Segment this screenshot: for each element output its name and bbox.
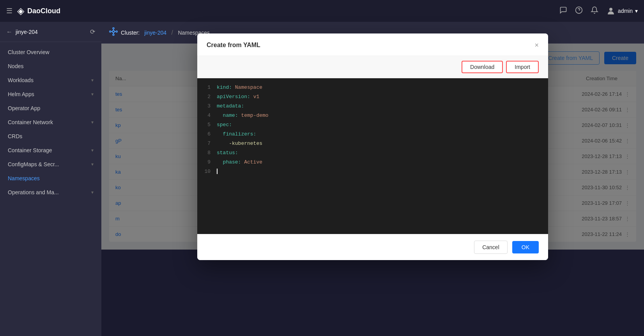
user-name: admin — [618, 8, 633, 14]
code-line: 1kind: Namespace — [197, 83, 548, 92]
content-area: Create from YAML Create Na... Creation T… — [101, 44, 644, 250]
modal-overlay: Create from YAML × Download Import 1kind… — [101, 44, 644, 250]
line-content: phase: Active — [217, 158, 548, 167]
top-navbar: ☰ ◈ DaoCloud admin ▾ — [0, 0, 644, 22]
code-line: 5spec: — [197, 120, 548, 130]
dialog-footer: Cancel OK — [197, 234, 548, 260]
user-menu[interactable]: admin ▾ — [606, 6, 638, 16]
code-line: 3metadata: — [197, 102, 548, 111]
sidebar-item-container-network[interactable]: Container Network ▾ — [0, 115, 101, 129]
sidebar-item-label: Container Network — [8, 119, 53, 125]
sidebar-cluster-name: jinye-204 — [16, 29, 38, 35]
app-name: DaoCloud — [27, 7, 60, 15]
code-line: 10 — [197, 167, 548, 176]
chevron-down-icon: ▾ — [91, 162, 94, 167]
svg-point-2 — [609, 8, 612, 11]
line-number: 3 — [197, 102, 217, 111]
code-line: 8status: — [197, 148, 548, 158]
line-content: kind: Namespace — [217, 83, 548, 92]
line-content: -kubernetes — [217, 139, 548, 148]
sidebar-item-operator-app[interactable]: Operator App — [0, 101, 101, 115]
sidebar-item-cluster-overview[interactable]: Cluster Overview — [0, 45, 101, 59]
line-content: status: — [217, 149, 548, 157]
cancel-button[interactable]: Cancel — [474, 241, 508, 254]
svg-point-5 — [113, 34, 114, 35]
sidebar: ← jinye-204 ⟳ Cluster Overview Nodes Wor… — [0, 22, 101, 336]
sidebar-item-configmaps[interactable]: ConfigMaps & Secr... ▾ — [0, 157, 101, 171]
sidebar-item-helm-apps[interactable]: Helm Apps ▾ — [0, 87, 101, 101]
line-number: 10 — [197, 167, 217, 176]
refresh-icon[interactable]: ⟳ — [90, 28, 95, 35]
line-number: 5 — [197, 121, 217, 129]
chevron-down-icon: ▾ — [91, 190, 94, 195]
line-number: 8 — [197, 149, 217, 157]
line-number: 4 — [197, 111, 217, 120]
breadcrumb-separator: / — [170, 29, 175, 36]
code-line: 9 phase: Active — [197, 158, 548, 167]
sidebar-item-label: CRDs — [8, 133, 22, 139]
ok-button[interactable]: OK — [512, 241, 539, 253]
code-line: 7 -kubernetes — [197, 139, 548, 148]
back-icon[interactable]: ← — [6, 28, 12, 35]
dialog-close-button[interactable]: × — [534, 41, 539, 49]
sidebar-item-label: Cluster Overview — [8, 49, 50, 55]
logo-container: ◈ DaoCloud — [17, 5, 60, 16]
sidebar-item-namespaces[interactable]: Namespaces — [0, 171, 101, 185]
main-layout: ← jinye-204 ⟳ Cluster Overview Nodes Wor… — [0, 22, 644, 336]
hamburger-icon[interactable]: ☰ — [6, 7, 12, 15]
sidebar-item-label: Namespaces — [8, 175, 40, 181]
sidebar-nav: Cluster Overview Nodes Workloads ▾ Helm … — [0, 42, 101, 336]
line-number: 1 — [197, 83, 217, 92]
sidebar-item-label: Workloads — [8, 77, 34, 83]
sidebar-item-operations[interactable]: Operations and Ma... ▾ — [0, 185, 101, 199]
sidebar-item-label: Helm Apps — [8, 91, 34, 97]
chevron-down-icon: ▾ — [91, 148, 94, 153]
sidebar-item-label: ConfigMaps & Secr... — [8, 161, 59, 167]
chevron-down-icon: ▾ — [91, 77, 94, 83]
sidebar-item-container-storage[interactable]: Container Storage ▾ — [0, 143, 101, 157]
sidebar-item-crds[interactable]: CRDs — [0, 129, 101, 143]
navbar-right: admin ▾ — [559, 6, 638, 16]
code-line: 6 finalizers: — [197, 130, 548, 139]
yaml-code-editor[interactable]: 1kind: Namespace2apiVersion: v13metadata… — [197, 78, 548, 234]
line-number: 9 — [197, 158, 217, 167]
bell-icon[interactable] — [591, 6, 598, 16]
dialog-toolbar: Download Import — [197, 56, 548, 78]
sidebar-item-workloads[interactable]: Workloads ▾ — [0, 73, 101, 87]
sidebar-header: ← jinye-204 ⟳ — [0, 22, 101, 42]
code-line: 4 name: temp-demo — [197, 111, 548, 120]
chevron-down-icon: ▾ — [91, 120, 94, 125]
code-line: 2apiVersion: v1 — [197, 92, 548, 102]
svg-point-4 — [113, 28, 114, 29]
line-content: finalizers: — [217, 130, 548, 139]
line-content: name: temp-demo — [217, 111, 548, 120]
line-content: spec: — [217, 121, 548, 129]
dialog-header: Create from YAML × — [197, 33, 548, 56]
line-number: 6 — [197, 130, 217, 139]
sidebar-item-label: Operations and Ma... — [8, 189, 59, 195]
sidebar-item-nodes[interactable]: Nodes — [0, 59, 101, 73]
help-icon[interactable] — [575, 6, 583, 16]
svg-point-7 — [116, 31, 117, 32]
line-content: metadata: — [217, 102, 548, 111]
sidebar-item-label: Container Storage — [8, 147, 52, 153]
import-button[interactable]: Import — [506, 61, 539, 73]
sidebar-item-label: Operator App — [8, 105, 40, 111]
download-button[interactable]: Download — [462, 61, 503, 73]
content-wrapper: Cluster: jinye-204 / Namespaces Create f… — [101, 22, 644, 336]
dialog-title: Create from YAML — [207, 42, 260, 49]
svg-point-6 — [110, 31, 111, 32]
navbar-left: ☰ ◈ DaoCloud — [6, 5, 60, 16]
chevron-down-icon: ▾ — [91, 91, 94, 97]
sidebar-item-label: Nodes — [8, 63, 23, 69]
line-content — [217, 167, 548, 176]
line-number: 7 — [197, 139, 217, 148]
breadcrumb-cluster-label: Cluster: — [121, 30, 140, 36]
breadcrumb-cluster-name: jinye-204 — [144, 30, 166, 36]
chat-icon[interactable] — [559, 6, 567, 16]
line-number: 2 — [197, 93, 217, 101]
cluster-icon — [109, 27, 118, 38]
line-content: apiVersion: v1 — [217, 93, 548, 101]
user-chevron-icon: ▾ — [635, 8, 638, 14]
create-yaml-dialog: Create from YAML × Download Import 1kind… — [197, 33, 548, 260]
